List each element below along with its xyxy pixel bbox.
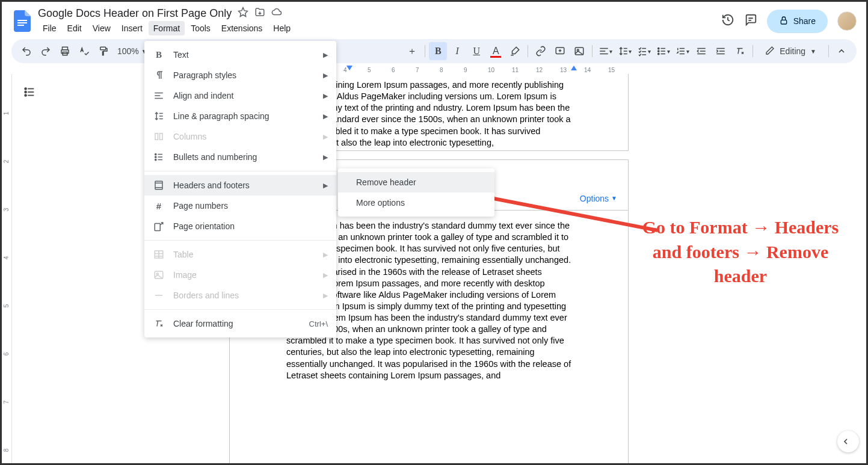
submenu-arrow-icon: ▶ <box>323 292 328 300</box>
svg-rect-21 <box>155 224 160 231</box>
menu-format[interactable]: Format <box>149 21 185 35</box>
bold-icon: B <box>153 49 165 61</box>
editing-label: Editing <box>780 46 805 56</box>
menu-item-label: Table <box>173 250 315 259</box>
ruler-tick: 12 <box>536 67 543 73</box>
menu-file[interactable]: File <box>38 21 61 35</box>
svg-point-19 <box>155 159 156 160</box>
ruler-tick: 2 <box>3 160 10 164</box>
redo-button[interactable] <box>37 42 55 60</box>
linespacing-icon <box>153 110 165 122</box>
submenu-arrow-icon: ▶ <box>323 72 328 79</box>
ruler-tick: 5 <box>3 304 10 308</box>
submenu-arrow-icon: ▶ <box>323 92 328 100</box>
highlight-button[interactable] <box>506 42 524 60</box>
move-icon[interactable] <box>254 7 265 20</box>
svg-point-13 <box>657 53 659 54</box>
menu-item-line-paragraph-spacing[interactable]: Line & paragraph spacing▶ <box>144 106 336 126</box>
menu-item-label: Align and indent <box>173 91 315 100</box>
cloud-icon[interactable] <box>271 7 282 20</box>
menu-item-page-orientation[interactable]: Page orientation <box>144 216 336 236</box>
editing-mode-button[interactable]: Editing ▼ <box>757 46 825 57</box>
menu-item-label: Line & paragraph spacing <box>173 111 315 121</box>
menu-item-page-numbers[interactable]: #Page numbers <box>144 196 336 216</box>
chevron-down-icon: ▼ <box>810 48 816 55</box>
menu-item-table: Table▶ <box>144 244 336 265</box>
share-button[interactable]: Share <box>767 10 828 33</box>
insert-link-button[interactable] <box>532 42 550 60</box>
submenu-arrow-icon: ▶ <box>323 133 328 141</box>
increase-indent-button[interactable] <box>712 42 730 60</box>
user-avatar[interactable] <box>837 11 857 31</box>
line-spacing-button[interactable]: ▾ <box>615 42 633 60</box>
header-options-button[interactable]: Options▼ <box>580 193 617 204</box>
ruler-tick: 9 <box>464 67 467 73</box>
italic-button[interactable]: I <box>448 42 466 60</box>
menu-item-borders-and-lines: Borders and lines▶ <box>144 285 336 306</box>
document-outline-button[interactable] <box>19 81 40 103</box>
ruler-tick: 1 <box>3 112 10 115</box>
font-size-plus[interactable]: ＋ <box>403 42 421 60</box>
pagenum-icon: # <box>153 200 165 212</box>
menu-item-paragraph-styles[interactable]: Paragraph styles▶ <box>144 65 336 85</box>
menu-item-label: Columns <box>173 132 315 141</box>
explore-button[interactable] <box>837 431 859 452</box>
svg-rect-0 <box>17 20 27 21</box>
menu-extensions[interactable]: Extensions <box>217 21 267 35</box>
insert-comment-button[interactable] <box>551 42 569 60</box>
underline-button[interactable]: U <box>467 42 485 60</box>
menu-item-headers-and-footers[interactable]: Headers and footers▶ <box>144 175 336 196</box>
menu-item-clear-formatting[interactable]: Clear formattingCtrl+\ <box>144 313 336 334</box>
menu-item-align-and-indent[interactable]: Align and indent▶ <box>144 85 336 106</box>
menu-insert[interactable]: Insert <box>117 21 147 35</box>
pencil-icon <box>765 46 775 57</box>
insert-image-button[interactable] <box>570 42 588 60</box>
svg-point-14 <box>25 88 26 90</box>
document-title[interactable]: Google Docs Header on First Page Only <box>38 7 232 20</box>
checklist-button[interactable]: ▾ <box>635 42 653 60</box>
menu-item-text[interactable]: BText▶ <box>144 45 336 65</box>
undo-button[interactable] <box>17 42 35 60</box>
submenu-item-remove-header[interactable]: Remove header <box>338 172 494 192</box>
submenu-item-more-options[interactable]: More options <box>338 192 494 213</box>
submenu-arrow-icon: ▶ <box>323 153 328 161</box>
spellcheck-button[interactable] <box>75 42 93 60</box>
comments-icon[interactable] <box>744 13 757 29</box>
shortcut-label: Ctrl+\ <box>309 319 328 328</box>
ruler-tick: 7 <box>416 67 419 73</box>
lock-icon <box>779 16 789 27</box>
ruler-tick: 5 <box>368 67 371 73</box>
history-icon[interactable] <box>721 13 734 29</box>
bulleted-list-button[interactable]: ▾ <box>654 42 672 60</box>
align-button[interactable]: ▾ <box>596 42 614 60</box>
numbered-list-button[interactable]: ▾ <box>673 42 691 60</box>
menu-item-label: Page orientation <box>173 221 328 231</box>
submenu-arrow-icon: ▶ <box>323 271 328 279</box>
paint-format-button[interactable] <box>94 42 112 60</box>
menu-edit[interactable]: Edit <box>63 21 87 35</box>
collapse-toolbar-button[interactable] <box>833 42 851 60</box>
vertical-ruler[interactable]: 12345678 <box>4 74 12 463</box>
clear-formatting-button[interactable] <box>731 42 749 60</box>
print-button[interactable] <box>56 42 74 60</box>
ruler-tick: 4 <box>343 67 347 73</box>
docs-logo[interactable] <box>11 10 33 32</box>
text-color-button[interactable]: A <box>487 42 505 60</box>
align-icon <box>153 90 165 102</box>
menu-item-label: Image <box>173 270 315 280</box>
menu-item-bullets-and-numbering[interactable]: Bullets and numbering▶ <box>144 147 336 167</box>
menu-view[interactable]: View <box>88 21 115 35</box>
headers-footers-submenu: Remove headerMore options <box>338 168 494 217</box>
ruler-tick: 10 <box>488 67 494 73</box>
ruler-tick: 13 <box>560 67 567 73</box>
ruler-tick: 8 <box>440 67 443 73</box>
star-icon[interactable] <box>238 7 248 20</box>
svg-rect-20 <box>155 181 162 189</box>
menu-tools[interactable]: Tools <box>186 21 215 35</box>
menu-help[interactable]: Help <box>268 21 295 35</box>
decrease-indent-button[interactable] <box>692 42 710 60</box>
chevron-down-icon: ▼ <box>611 194 617 202</box>
submenu-arrow-icon: ▶ <box>323 112 328 120</box>
bold-button[interactable]: B <box>429 42 447 60</box>
ruler-tick: 8 <box>3 449 10 452</box>
